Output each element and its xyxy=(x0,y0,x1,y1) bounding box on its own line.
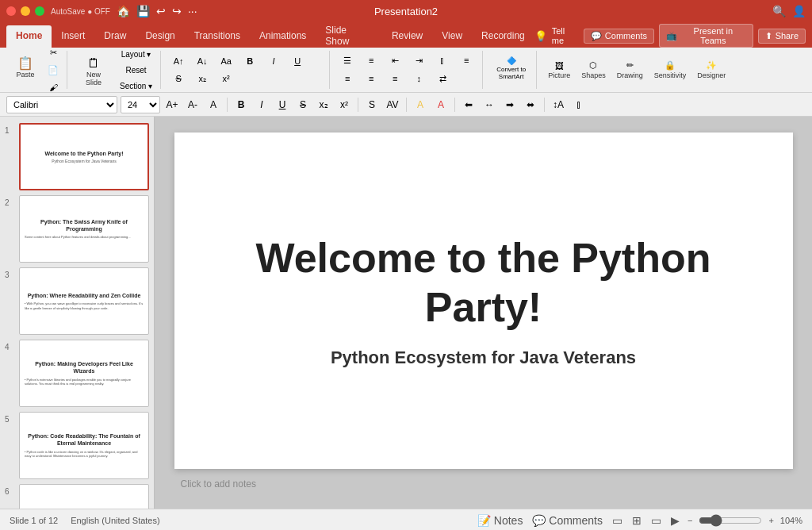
superscript-button[interactable]: x² xyxy=(215,71,237,87)
format-increase-font-button[interactable]: A+ xyxy=(163,96,181,113)
vertical-align-button[interactable]: ↕A xyxy=(550,96,567,113)
slide-thumb-6[interactable]: 6 Python: Scaling Systems Like a Boss • … xyxy=(5,484,149,509)
slide-thumb-5[interactable]: 5 Python: Code Readability: The Fountain… xyxy=(5,412,149,479)
more-icon[interactable]: ··· xyxy=(188,5,197,17)
comments-button[interactable]: 💬 Comments xyxy=(584,29,654,44)
autosave-label[interactable]: AutoSave ● OFF xyxy=(51,7,110,16)
bullets-button[interactable]: ☰ xyxy=(336,52,358,69)
align-center-format-button[interactable]: ↔ xyxy=(481,96,498,113)
format-italic-button[interactable]: I xyxy=(253,96,270,113)
format-subscript-button[interactable]: x₂ xyxy=(315,96,332,113)
shapes-button[interactable]: ⬡ Shapes xyxy=(576,57,611,83)
home-icon[interactable]: 🏠 xyxy=(117,5,130,17)
tab-transitions[interactable]: Transitions xyxy=(185,25,250,48)
columns-format-button[interactable]: ⫿ xyxy=(570,96,588,113)
tab-animations[interactable]: Animations xyxy=(250,25,316,48)
change-case-button[interactable]: Aa xyxy=(215,53,237,69)
tab-review[interactable]: Review xyxy=(382,25,432,48)
reading-view-button[interactable]: ▭ xyxy=(649,513,663,528)
font-size-select[interactable]: 24 12 18 36 xyxy=(121,96,160,113)
line-spacing-button[interactable]: ↕ xyxy=(408,71,430,87)
drawing-button[interactable]: ✏ Drawing xyxy=(612,57,648,83)
reset-button[interactable]: Reset xyxy=(115,63,157,77)
slide-preview-4[interactable]: Python: Making Developers Feel Like Wiza… xyxy=(19,340,149,407)
slide-preview-2[interactable]: Python: The Swiss Army Knife of Programm… xyxy=(19,195,149,263)
strikethrough-button[interactable]: S xyxy=(167,71,190,87)
undo-icon[interactable]: ↩ xyxy=(156,5,166,17)
char-spacing-button[interactable]: AV xyxy=(384,96,401,113)
present-in-teams-button[interactable]: 📺 Present in Teams xyxy=(659,24,753,48)
share-button[interactable]: ⬆ Share xyxy=(758,29,806,44)
text-direction-button[interactable]: ⇄ xyxy=(431,71,454,87)
sensitivity-button[interactable]: 🔒 Sensitivity xyxy=(649,57,691,83)
minimize-button[interactable] xyxy=(21,6,30,16)
decrease-indent-button[interactable]: ⇤ xyxy=(384,52,406,69)
tab-view[interactable]: View xyxy=(432,25,472,48)
account-icon[interactable]: 👤 xyxy=(792,5,806,17)
notes-button[interactable]: 📝 Notes xyxy=(476,513,524,528)
align-left-button[interactable]: ≡ xyxy=(455,52,477,69)
underline-button[interactable]: U xyxy=(286,53,308,69)
slide-thumb-1[interactable]: 1 Welcome to the Python Party! Python Ec… xyxy=(5,123,149,190)
format-strikethrough-button[interactable]: S xyxy=(294,96,312,113)
picture-button[interactable]: 🖼 Picture xyxy=(543,58,575,83)
italic-button[interactable]: I xyxy=(262,53,285,69)
format-underline-button[interactable]: U xyxy=(274,96,291,113)
close-button[interactable] xyxy=(6,6,16,16)
slide-thumb-4[interactable]: 4 Python: Making Developers Feel Like Wi… xyxy=(5,340,149,407)
align-left-format-button[interactable]: ⬅ xyxy=(460,96,477,113)
layout-button[interactable]: Layout ▾ xyxy=(115,47,157,61)
convert-smartart-button[interactable]: 🔷 Convert to SmartArt xyxy=(489,53,533,86)
comments-status-button[interactable]: 💬 Comments xyxy=(530,513,604,528)
zoom-slider[interactable] xyxy=(699,514,762,527)
section-button[interactable]: Section ▾ xyxy=(115,79,157,93)
subscript-button[interactable]: x₂ xyxy=(191,71,213,87)
text-shadow-button[interactable]: S xyxy=(363,96,381,113)
save-icon[interactable]: 💾 xyxy=(136,5,150,17)
font-family-select[interactable]: Calibri Arial Times New Roman xyxy=(6,96,117,113)
slideshow-view-button[interactable]: ▶ xyxy=(669,513,681,528)
format-painter-button[interactable]: 🖌 xyxy=(43,79,63,95)
notes-area[interactable]: Click to add notes xyxy=(174,475,793,493)
maximize-button[interactable] xyxy=(35,6,44,16)
slide-thumb-2[interactable]: 2 Python: The Swiss Army Knife of Progra… xyxy=(5,195,149,263)
cut-button[interactable]: ✂ xyxy=(43,44,63,60)
copy-button[interactable]: 📄 xyxy=(43,62,63,78)
format-clear-button[interactable]: A xyxy=(205,96,222,113)
format-decrease-font-button[interactable]: A- xyxy=(184,96,201,113)
grid-view-button[interactable]: ⊞ xyxy=(630,513,643,528)
tab-draw[interactable]: Draw xyxy=(94,25,136,48)
columns-button[interactable]: ⫿ xyxy=(431,52,454,69)
format-bar: Calibri Arial Times New Roman 24 12 18 3… xyxy=(0,93,812,117)
increase-font-button[interactable]: A↑ xyxy=(167,53,190,69)
redo-icon[interactable]: ↪ xyxy=(172,5,182,17)
slide-preview-1[interactable]: Welcome to the Python Party! Python Ecos… xyxy=(19,123,149,190)
decrease-font-button[interactable]: A↓ xyxy=(191,53,213,69)
paste-button[interactable]: 📋 Paste xyxy=(10,54,41,86)
normal-view-button[interactable]: ▭ xyxy=(611,513,624,528)
tab-recording[interactable]: Recording xyxy=(472,25,534,48)
font-color-button[interactable]: A xyxy=(432,96,450,113)
format-bold-button[interactable]: B xyxy=(232,96,250,113)
slide-preview-5[interactable]: Python: Code Readability: The Fountain o… xyxy=(19,412,149,479)
increase-indent-button[interactable]: ⇥ xyxy=(408,52,430,69)
slide-preview-3[interactable]: Python: Where Readability and Zen Collid… xyxy=(19,267,149,335)
numbering-button[interactable]: ≡ xyxy=(360,52,382,69)
slide-preview-6[interactable]: Python: Scaling Systems Like a Boss • Py… xyxy=(19,484,149,509)
justify-button[interactable]: ≡ xyxy=(384,71,406,87)
search-icon[interactable]: 🔍 xyxy=(772,5,786,17)
align-right-format-button[interactable]: ➡ xyxy=(501,96,519,113)
align-center-button[interactable]: ≡ xyxy=(336,71,358,87)
format-superscript-button[interactable]: x² xyxy=(335,96,353,113)
justify-format-button[interactable]: ⬌ xyxy=(522,96,539,113)
slide-canvas[interactable]: Welcome to the Python Party! Python Ecos… xyxy=(174,132,793,469)
new-slide-button[interactable]: 🗒 New Slide xyxy=(74,54,113,86)
bold-button[interactable]: B xyxy=(239,53,261,69)
text-highlight-button[interactable]: A xyxy=(412,96,429,113)
tab-slideshow[interactable]: Slide Show xyxy=(316,25,382,48)
tab-design[interactable]: Design xyxy=(136,25,184,48)
slide-thumb-3[interactable]: 3 Python: Where Readability and Zen Coll… xyxy=(5,267,149,335)
tell-me-label[interactable]: Tell me xyxy=(552,26,579,45)
designer-button[interactable]: ✨ Designer xyxy=(692,57,730,83)
align-right-button[interactable]: ≡ xyxy=(360,71,382,87)
